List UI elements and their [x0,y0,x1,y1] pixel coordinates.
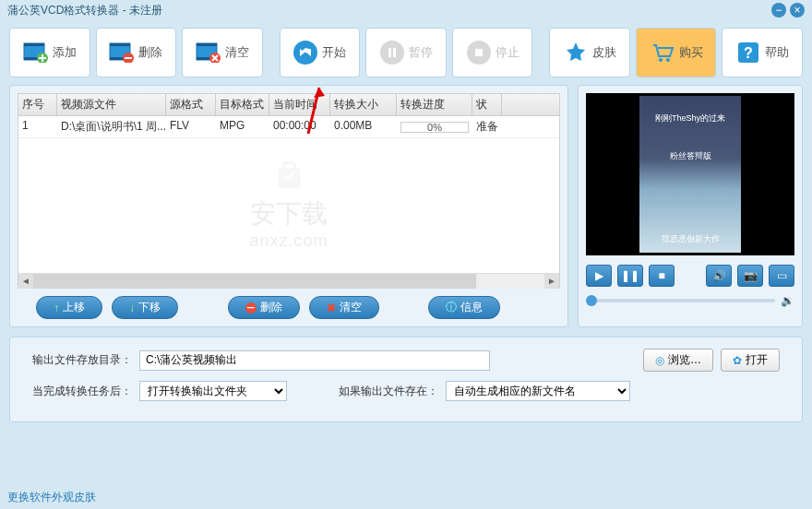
slider-thumb[interactable] [586,295,597,306]
row-clear-button[interactable]: ✖清空 [309,296,379,319]
col-ct[interactable]: 当前时间 [269,94,330,115]
col-src[interactable]: 视频源文件 [57,94,166,115]
svg-rect-16 [393,48,396,57]
delete-button[interactable]: 删除 [96,28,177,77]
stop-small-icon: ■ [658,269,664,282]
cell-pg: 0% [397,116,472,137]
change-skin-link[interactable]: 更换软件外观皮肤 [7,491,96,503]
svg-rect-15 [388,48,391,57]
help-button[interactable]: ? 帮助 [722,28,803,77]
preview-pause-button[interactable]: ❚❚ [617,265,643,287]
add-label: 添加 [53,44,77,61]
after-task-select[interactable]: 打开转换输出文件夹 [139,381,287,401]
svg-point-20 [666,58,670,62]
open-button[interactable]: ✿打开 [721,349,780,372]
cell-tf: MPG [216,116,269,137]
stop-label: 停止 [496,44,519,61]
camera-icon: 📷 [744,269,758,282]
gear-open-icon: ✿ [733,354,742,367]
horizontal-scrollbar[interactable]: ◄ ► [18,273,559,288]
cell-seq: 1 [18,116,57,137]
col-seq[interactable]: 序号 [18,94,57,115]
preview-stop-button[interactable]: ■ [649,265,675,287]
col-st[interactable]: 状 [472,94,502,115]
browse-button[interactable]: ◎浏览… [643,349,713,372]
start-icon [293,40,318,65]
star-icon [563,40,589,65]
table-row[interactable]: 1 D:\桌面\说明书\1 周... FLV MPG 00:00:00 0.00… [18,116,559,138]
svg-rect-23 [278,168,300,188]
preview-text-mid: 粉丝答辩版 [670,150,711,162]
file-exist-label: 如果输出文件存在： [339,384,438,399]
cell-ct: 00:00:00 [269,116,330,137]
info-icon: ⓘ [446,300,457,315]
volume-button[interactable]: 🔊 [706,265,732,287]
down-arrow-icon: ↓ [129,302,135,314]
snapshot-button[interactable]: 📷 [737,265,763,287]
cell-sf: FLV [166,116,216,137]
row-delete-button[interactable]: −删除 [228,296,300,319]
stop-button[interactable]: 停止 [452,28,533,77]
move-up-button[interactable]: ↑上移 [36,296,102,319]
scroll-thumb[interactable] [33,274,476,289]
info-button[interactable]: ⓘ信息 [428,296,500,319]
minus-icon: − [245,302,257,314]
delete-label: 删除 [138,44,162,61]
output-settings-panel: 输出文件存放目录： ◎浏览… ✿打开 当完成转换任务后： 打开转换输出文件夹 如… [9,337,803,422]
play-icon: ▶ [595,269,603,282]
seek-slider[interactable] [586,299,775,302]
pause-button[interactable]: 暂停 [365,28,447,77]
video-preview[interactable]: 刚刚TheShy的过来 粉丝答辩版 范丞丞创新大作 [586,93,794,255]
window-title: 蒲公英VCD格式转换器 - 未注册 [7,3,771,18]
scroll-left-icon[interactable]: ◄ [18,274,33,289]
scroll-right-icon[interactable]: ► [544,274,559,289]
output-dir-input[interactable] [139,350,490,371]
move-down-button[interactable]: ↓下移 [112,296,178,319]
clear-label: 清空 [225,44,249,61]
preview-text-bottom: 范丞丞创新大作 [662,233,720,245]
target-icon: ◎ [655,354,664,367]
watermark-text: 安下载 [249,196,328,231]
svg-rect-8 [125,57,132,59]
x-icon: ✖ [327,302,336,314]
pause-icon [379,40,405,65]
cell-st: 准备 [472,116,502,137]
svg-rect-24 [283,162,294,170]
close-button[interactable]: × [790,3,805,18]
help-label: 帮助 [765,44,789,61]
clear-button[interactable]: 清空 [182,28,263,77]
table-header: 序号 视频源文件 源格式 目标格式 当前时间 转换大小 转换进度 状 [18,94,559,116]
play-button[interactable]: ▶ [586,265,612,287]
film-delete-icon [109,40,135,65]
buy-label: 购买 [679,44,703,61]
skin-button[interactable]: 皮肤 [549,28,630,77]
pause-small-icon: ❚❚ [621,269,639,282]
col-sf[interactable]: 源格式 [166,94,216,115]
col-pg[interactable]: 转换进度 [397,94,472,115]
start-button[interactable]: 开始 [280,28,361,77]
file-list-panel: 序号 视频源文件 源格式 目标格式 当前时间 转换大小 转换进度 状 1 D:\… [9,85,568,327]
preview-text-top: 刚刚TheShy的过来 [655,112,725,124]
speaker-small-icon: 🔉 [781,294,794,307]
svg-rect-1 [24,43,44,46]
start-label: 开始 [322,44,346,61]
pause-label: 暂停 [409,44,433,61]
buy-button[interactable]: 购买 [636,28,717,77]
film-add-icon [23,40,49,65]
svg-rect-10 [197,43,217,46]
speaker-icon: 🔊 [712,269,726,282]
minimize-button[interactable]: − [771,3,786,18]
svg-text:?: ? [744,45,753,61]
fullscreen-button[interactable]: ▭ [769,265,794,287]
svg-point-19 [659,58,663,62]
svg-point-14 [380,41,404,65]
skin-label: 皮肤 [592,44,616,61]
add-button[interactable]: 添加 [9,28,90,77]
after-task-label: 当完成转换任务后： [32,384,132,399]
col-tf[interactable]: 目标格式 [216,94,269,115]
file-exist-select[interactable]: 自动生成相应的新文件名 [446,381,630,401]
table-body[interactable]: 1 D:\桌面\说明书\1 周... FLV MPG 00:00:00 0.00… [18,116,559,273]
cell-sz: 0.00MB [330,116,397,137]
col-sz[interactable]: 转换大小 [330,94,397,115]
up-arrow-icon: ↑ [54,302,59,314]
